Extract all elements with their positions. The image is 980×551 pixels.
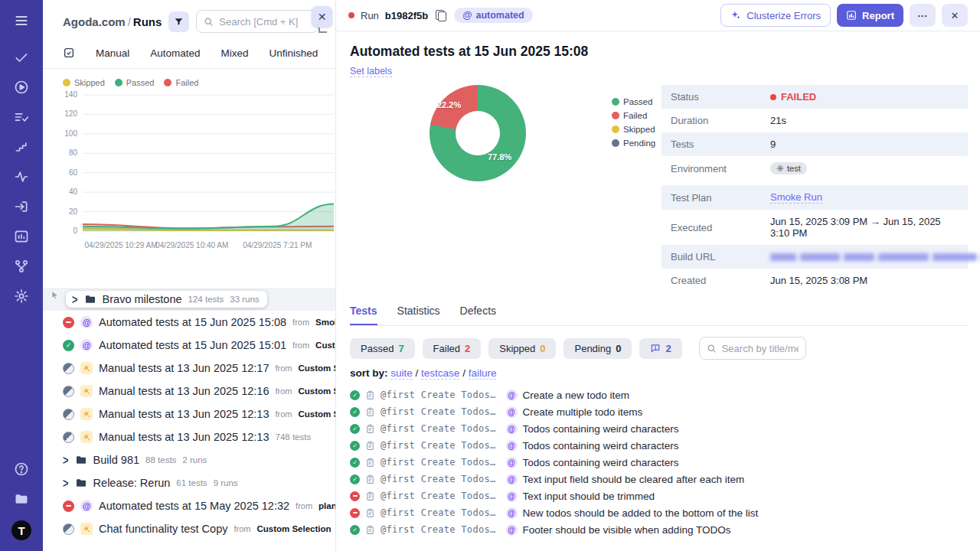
svg-text:60: 60 (69, 168, 78, 177)
rail-check-icon[interactable] (13, 49, 30, 66)
test-row[interactable]: @first Create Todos…@New todos should be… (350, 504, 968, 521)
sort-by-suite[interactable]: suite (390, 367, 413, 380)
donut-passed-label: 77.8% (488, 152, 511, 161)
detail-label: Created (671, 275, 770, 286)
select-all-icon[interactable] (63, 47, 75, 59)
run-status-progress-icon (63, 432, 74, 443)
test-plan-link[interactable]: Smoke Run (770, 191, 822, 204)
run-list-item[interactable]: >Release: Rerun61 tests9 runs (43, 471, 335, 494)
app-logo[interactable]: T (11, 520, 31, 540)
rail-play-circle-icon[interactable] (13, 79, 30, 96)
breadcrumb-page: Runs (133, 15, 162, 28)
run-list-item[interactable]: @Automated tests at 15 Jun 2025 15:01fro… (43, 334, 335, 357)
test-row[interactable]: @first Create Todos…@Create multiple tod… (350, 403, 968, 420)
tab-tests[interactable]: Tests (350, 305, 377, 325)
legend-label: Passed (126, 78, 155, 87)
automated-badge[interactable]: @automated (454, 8, 532, 23)
clipboard-icon (365, 390, 375, 400)
rail-activity-icon[interactable] (13, 168, 30, 185)
rail-docs-icon[interactable] (13, 491, 30, 507)
copy-icon[interactable] (436, 10, 446, 21)
set-labels-link[interactable]: Set labels (350, 66, 392, 77)
sort-by-testcase[interactable]: testcase (421, 367, 459, 380)
tab-defects[interactable]: Defects (460, 305, 496, 325)
runs-tab-automated[interactable]: Automated (150, 47, 200, 59)
rail-analytics-icon[interactable] (13, 228, 30, 245)
runs-panel: Agoda.com/Runs ✕ ManualAutomatedMixedUnf… (43, 0, 336, 551)
rail-help-icon[interactable] (13, 461, 30, 478)
tests-search[interactable] (699, 337, 806, 360)
rail-import-icon[interactable] (13, 198, 30, 215)
more-button[interactable]: ··· (910, 4, 936, 27)
comments-pill[interactable]: 2 (639, 338, 681, 359)
test-row[interactable]: @first Create Todos…@Todos containing we… (350, 420, 968, 437)
legend-label: Failed (175, 78, 198, 87)
test-row[interactable]: @first Create Todos…@Todos containing we… (350, 437, 968, 454)
test-status-failed-icon (350, 491, 360, 501)
automated-test-icon: @ (506, 491, 518, 502)
filter-failed-pill[interactable]: Failed 2 (423, 338, 482, 359)
test-suite: @first Create Todos… (381, 507, 496, 518)
breadcrumb-project[interactable]: Agoda.com (63, 15, 126, 28)
runs-search-input[interactable] (219, 16, 311, 28)
test-row[interactable]: @first Create Todos…@Text input should b… (350, 487, 968, 504)
comments-count: 2 (665, 343, 671, 354)
manual-run-icon (80, 362, 93, 374)
rail-branch-icon[interactable] (13, 258, 30, 275)
run-list-item[interactable]: @Automated tests at 15 Jun 2025 15:08fro… (43, 311, 335, 334)
result-filters: Passed 7Failed 2Skipped 0Pending 02 (350, 337, 968, 360)
close-run-button[interactable]: ✕ (942, 4, 968, 27)
run-list-item[interactable]: @Automated tests at 15 May 2025 12:32fro… (43, 494, 335, 517)
runs-tab-unfinished[interactable]: Unfinished (270, 47, 318, 59)
test-status-passed-icon (350, 474, 360, 484)
sparkles-icon (730, 10, 741, 21)
run-list-item-card[interactable]: >Bravo milestone124 tests33 runs (66, 291, 267, 308)
chevron-right-icon[interactable]: > (72, 292, 78, 307)
run-list-item[interactable]: Manual tests at 13 Jun 2025 12:13fromCus… (43, 403, 335, 425)
run-title: Automated tests at 15 Jun 2025 15:08 (99, 316, 286, 328)
test-row[interactable]: @first Create Todos…@Create a new todo i… (350, 386, 968, 403)
filter-passed-pill[interactable]: Passed 7 (350, 338, 415, 359)
run-list-item[interactable]: Manual tests at 13 Jun 2025 12:13748 tes… (43, 425, 335, 448)
filter-skipped-pill[interactable]: Skipped 0 (488, 338, 556, 359)
test-row[interactable]: @first Create Todos…@Text input field sh… (350, 471, 968, 487)
svg-text:20: 20 (69, 207, 78, 216)
legend-label: Skipped (623, 125, 655, 134)
clipboard-icon (365, 474, 375, 484)
rail-steps-icon[interactable] (13, 139, 30, 155)
runs-search[interactable] (196, 10, 318, 33)
sort-by-failure[interactable]: failure (469, 367, 497, 380)
legend-label: Pending (623, 139, 655, 148)
filter-button[interactable] (168, 11, 189, 32)
run-list-item[interactable]: >Bravo milestone124 tests33 runs (43, 288, 335, 311)
run-list-item[interactable]: Manual tests at 13 Jun 2025 12:16fromCus… (43, 380, 335, 403)
legend-dot (612, 112, 619, 119)
chevron-right-icon[interactable]: > (63, 452, 69, 468)
environment-pill[interactable]: test (770, 162, 807, 174)
runs-tab-mixed[interactable]: Mixed (221, 47, 249, 59)
report-button[interactable]: Report (837, 4, 903, 27)
rail-list-check-icon[interactable] (13, 109, 30, 126)
chevron-right-icon[interactable]: > (63, 475, 69, 491)
test-suite: @first Create Todos… (381, 423, 496, 434)
rail-gear-icon[interactable] (13, 288, 30, 305)
clipboard-icon (365, 508, 375, 518)
rail-menu-icon[interactable] (13, 12, 30, 29)
panel-close-button[interactable]: ✕ (312, 6, 332, 27)
test-row[interactable]: @first Create Todos…@Footer should be vi… (350, 521, 968, 538)
clusterize-errors-button[interactable]: Clusterize Errors (720, 4, 831, 27)
run-from-label: from (276, 409, 292, 419)
run-from-label: from (292, 341, 309, 350)
test-row[interactable]: @first Create Todos…@Todos containing we… (350, 454, 968, 471)
run-list-item[interactable]: Manual tests at 13 Jun 2025 12:17fromCus… (43, 357, 335, 380)
filter-pending-pill[interactable]: Pending 0 (564, 338, 632, 359)
run-source: Custom Selection (299, 386, 336, 396)
runs-panel-header: Agoda.com/Runs (43, 0, 335, 41)
tab-statistics[interactable]: Statistics (397, 305, 440, 325)
tests-search-input[interactable] (722, 343, 799, 354)
run-list-item[interactable]: >Build 98188 tests2 runs (43, 448, 335, 471)
test-title: Text input field should be cleared after… (523, 474, 745, 485)
runs-tab-manual[interactable]: Manual (96, 47, 129, 59)
run-list-item[interactable]: Chat functinality test CopyfromCustom Se… (43, 517, 335, 540)
svg-text:100: 100 (64, 129, 77, 138)
